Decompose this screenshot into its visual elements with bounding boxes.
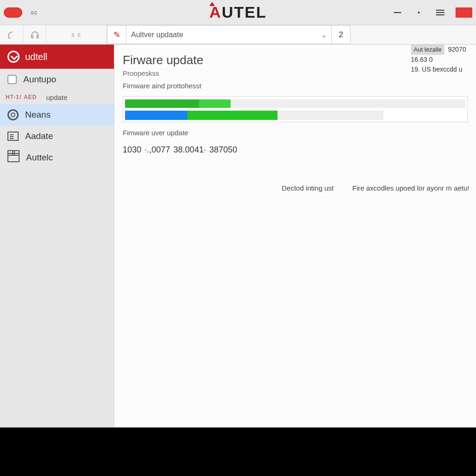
chevron-down-icon[interactable]: ⌄ <box>321 31 327 39</box>
card-icon <box>7 132 19 141</box>
sidebar-sub-a: HT-1! AED <box>6 94 37 100</box>
toolbar-number-text: 2 <box>339 30 343 40</box>
info-box: Aut lezalle 92070 16.63 0 19. US bexccdd… <box>411 45 476 74</box>
titlebar-code: sc <box>31 9 38 16</box>
sidebar-subheader-update: HT-1! AED update <box>0 90 114 104</box>
window-controls <box>391 7 472 18</box>
checkbox-icon[interactable] <box>7 75 17 84</box>
progress-fill-blue <box>125 111 187 120</box>
info-line2: 16.63 0 <box>411 55 476 65</box>
body: udtell Auntupo HT-1! AED update Neans Aa… <box>0 45 476 427</box>
sidebar-brand[interactable]: udtell <box>0 45 114 69</box>
sidebar-item-auttelc[interactable]: Auttelc <box>0 147 114 168</box>
brand-ring-icon <box>7 51 20 63</box>
titlebar-left: sc <box>4 7 38 18</box>
info-line3: 19. US bexccdd u <box>411 65 476 74</box>
progress-fill-green <box>187 111 278 120</box>
gear-icon <box>7 109 19 120</box>
sidebar-brand-label: udtell <box>25 52 47 62</box>
menu-button[interactable] <box>434 8 446 17</box>
sidebar-item-label: Aadate <box>25 131 53 141</box>
toolbar-number[interactable]: 2 <box>332 25 350 44</box>
toolbar-headset-icon[interactable] <box>23 25 46 44</box>
sidebar-sub-b: update <box>46 93 67 101</box>
titlebar: sc AUTEL <box>0 0 476 25</box>
sidebar-item-label: Neans <box>25 110 51 120</box>
sidebar-item-aadate[interactable]: Aadate <box>0 126 114 147</box>
svg-rect-0 <box>31 35 33 38</box>
minimize-button[interactable] <box>391 8 403 17</box>
toolbar-code-text: s c <box>72 32 81 38</box>
boxes-icon <box>7 153 20 162</box>
progress-fill-1 <box>125 99 231 108</box>
sidebar-item-label: Auntupo <box>23 74 56 85</box>
app-window: sc AUTEL s c ✎ Aultver updaate ⌄ <box>0 0 476 428</box>
brand-letter-a: A <box>209 3 222 21</box>
dot-button[interactable] <box>413 8 425 17</box>
sidebar-item-auntupo[interactable]: Auntupo <box>0 69 114 90</box>
progress-bar-2 <box>125 111 383 120</box>
info-code: 92070 <box>448 46 466 53</box>
svg-rect-1 <box>37 35 38 38</box>
toolbar-spacer <box>350 25 476 44</box>
progress-area <box>123 96 468 122</box>
traffic-light-icon[interactable] <box>4 7 22 18</box>
info-tag: Aut lezalle <box>411 45 444 55</box>
status-row: Dectod inting ust Fire axcodles upoed lo… <box>282 184 471 192</box>
toolbar-home-icon[interactable] <box>0 25 23 44</box>
sidebar-item-label: Auttelc <box>26 152 53 163</box>
sidebar: udtell Auntupo HT-1! AED update Neans Aa… <box>0 45 114 427</box>
page-line2: Firnware aind prottohesst <box>123 82 468 90</box>
toolbar-pen-icon[interactable]: ✎ <box>107 25 126 44</box>
brand-logo: AUTEL <box>209 3 266 21</box>
status-text-b: Fire axcodles upoed lor ayonr m aetu! <box>352 184 469 192</box>
main-panel: Aut lezalle 92070 16.63 0 19. US bexccdd… <box>114 45 476 427</box>
sidebar-item-neans[interactable]: Neans <box>0 104 114 126</box>
toolbar: s c ✎ Aultver updaate ⌄ 2 <box>0 25 476 45</box>
close-button[interactable] <box>456 7 472 18</box>
brand-rest: UTEL <box>222 3 267 21</box>
progress-numbers: 1030 ·.,0077 38.0041· 387050 <box>123 145 468 155</box>
toolbar-code: s c <box>46 25 107 44</box>
address-field[interactable]: Aultver updaate ⌄ <box>126 25 332 44</box>
status-text-a: Dectod inting ust <box>282 184 334 192</box>
progress-bar-1 <box>125 99 465 108</box>
progress-caption: Fimware uver update <box>123 129 468 137</box>
address-text: Aultver updaate <box>131 31 183 39</box>
